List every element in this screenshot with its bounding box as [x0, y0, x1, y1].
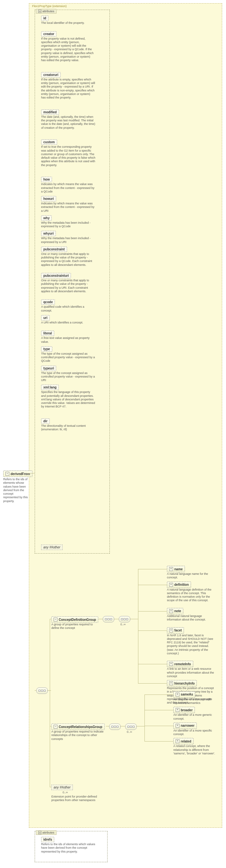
connector	[98, 619, 103, 619]
attr-desc: The type of the concept assigned as cont…	[41, 352, 96, 363]
root-element-derivedfrom[interactable]: − derivedFrom	[3, 470, 32, 477]
child-facet[interactable]: +facet	[167, 627, 184, 634]
sequence-marker	[125, 723, 137, 730]
child-definition[interactable]: +definition	[167, 582, 191, 588]
attr-pubconstrainturi[interactable]: pubconstrainturi	[41, 273, 71, 278]
minus-icon: −	[53, 618, 58, 621]
child-broader[interactable]: +broader	[173, 707, 195, 713]
child-desc: In NAR 1.8 and later, facet is deprecate…	[167, 634, 215, 656]
plus-icon: +	[176, 724, 180, 728]
child-desc: A natural language definition of the sem…	[167, 588, 215, 602]
plus-icon: +	[176, 708, 180, 712]
child-desc: An identifier of a concept with equivale…	[173, 698, 222, 705]
connector	[136, 726, 141, 726]
attr-why[interactable]: why	[41, 215, 52, 221]
minus-icon: −	[5, 472, 9, 476]
child-label: definition	[174, 583, 189, 586]
connector	[50, 619, 51, 619]
connector	[120, 726, 125, 726]
attr-idrefs-name: idrefs	[43, 838, 52, 841]
attr-desc: If set to true the corresponding propert…	[41, 145, 96, 167]
sequence-marker	[103, 616, 114, 622]
list-icon	[38, 10, 41, 13]
group1-name: ConceptDefinitionGroup	[59, 618, 96, 621]
child-label: narrower	[181, 724, 194, 727]
connector	[50, 619, 50, 787]
root-element-name: derivedFrom	[11, 472, 30, 476]
sequence-marker	[36, 687, 48, 694]
child-note[interactable]: +note	[167, 608, 183, 614]
attr-literal[interactable]: literal	[41, 331, 54, 336]
child-desc: Additional natural language information …	[167, 614, 215, 622]
attr-howuri[interactable]: howuri	[41, 196, 56, 202]
connector	[130, 619, 135, 619]
attr-desc: A qualified code which identifies a conc…	[41, 305, 96, 312]
child-label: name	[174, 567, 183, 571]
child-related[interactable]: +related	[173, 738, 194, 744]
sequence-marker	[109, 723, 121, 730]
attr-desc: A URI which identifies a concept.	[41, 321, 96, 324]
attr-desc: One or many constraints that apply to pu…	[41, 252, 96, 267]
any-other-attr: any ##other	[41, 545, 63, 550]
attr-idrefs-desc: Refers to the ids of elements which valu…	[41, 843, 96, 854]
attributes-header-label: attributes	[42, 10, 54, 13]
child-desc: A natural language name for the concept.	[167, 572, 215, 580]
attr-type[interactable]: type	[41, 346, 52, 352]
attr-custom[interactable]: custom	[41, 140, 57, 145]
attr-desc: The directionality of textual content (e…	[41, 424, 96, 432]
connector	[138, 585, 167, 585]
attr-typeuri[interactable]: typeuri	[41, 366, 56, 371]
connector	[135, 619, 138, 619]
attr-desc: The local identifier of the property.	[41, 21, 96, 25]
attr-modified[interactable]: modified	[41, 110, 59, 115]
attr-idrefs[interactable]: idrefs	[41, 837, 54, 842]
attr-creator[interactable]: creator	[41, 31, 57, 37]
list-icon	[38, 831, 41, 834]
root-element-desc: Refers to the ids of elements whose valu…	[3, 477, 28, 503]
any-element-label: any ##other	[53, 785, 71, 789]
plus-icon: +	[169, 628, 173, 632]
any-other-element: any ##other	[51, 785, 73, 790]
attr-id[interactable]: id	[41, 16, 48, 21]
attr-dir[interactable]: dir	[41, 418, 50, 424]
any-attr-label: any ##other	[43, 546, 60, 549]
group-concept-definition[interactable]: − ConceptDefinitionGroup	[51, 616, 98, 623]
child-hierarchyinfo[interactable]: +hierarchyInfo	[167, 680, 197, 686]
connector	[114, 619, 119, 619]
group2-name: ConceptRelationshipsGroup	[59, 725, 102, 728]
child-label: facet	[174, 628, 182, 632]
any-element-occ: 0..∞	[63, 791, 68, 794]
attr-desc: The type of the concept assigned as cont…	[41, 371, 96, 382]
sequence-marker	[119, 616, 130, 622]
attr-desc: Indicates by which means the value was e…	[41, 202, 96, 213]
child-name[interactable]: +name	[167, 566, 185, 572]
attr-desc: Specifies the language of this property …	[41, 391, 96, 408]
group1-occ: 0..∞	[120, 623, 125, 626]
child-desc: A link to an item or a web resource whic…	[167, 667, 215, 678]
attr-desc: Why the metadata has been included - exp…	[41, 221, 96, 228]
attributes-header: attributes	[36, 9, 57, 13]
plus-icon: +	[169, 583, 173, 587]
child-label: related	[181, 740, 191, 743]
group-concept-relationships[interactable]: − ConceptRelationshipsGroup	[51, 723, 105, 730]
attr-how[interactable]: how	[41, 177, 52, 182]
child-sameas[interactable]: +sameAs	[173, 691, 195, 698]
lower-attributes-header: attributes	[36, 830, 57, 835]
any-element-desc: Extension point for provider-defined pro…	[51, 795, 103, 802]
child-desc: An identifier of a more specific concept…	[173, 729, 222, 736]
connector	[138, 630, 167, 631]
attr-whyuri[interactable]: whyuri	[41, 231, 56, 236]
attr-uri[interactable]: uri	[41, 315, 50, 320]
child-remoteinfo[interactable]: +remoteInfo	[167, 661, 193, 667]
attr-qcode[interactable]: qcode	[41, 299, 55, 305]
panel-label: Flex1PropType (extension)	[32, 4, 67, 8]
attr-desc: One or many constraints that apply to pu…	[41, 279, 96, 293]
connector	[138, 664, 167, 664]
attr-xml-lang[interactable]: xml:lang	[41, 384, 59, 390]
child-narrower[interactable]: +narrower	[173, 722, 197, 729]
attr-desc: If the attribute is empty, specifies whi…	[41, 78, 96, 100]
plus-icon: +	[176, 739, 180, 743]
attr-creatoruri[interactable]: creatoruri	[41, 72, 61, 78]
attr-pubconstraint[interactable]: pubconstraint	[41, 247, 67, 252]
plus-icon: +	[169, 681, 173, 685]
